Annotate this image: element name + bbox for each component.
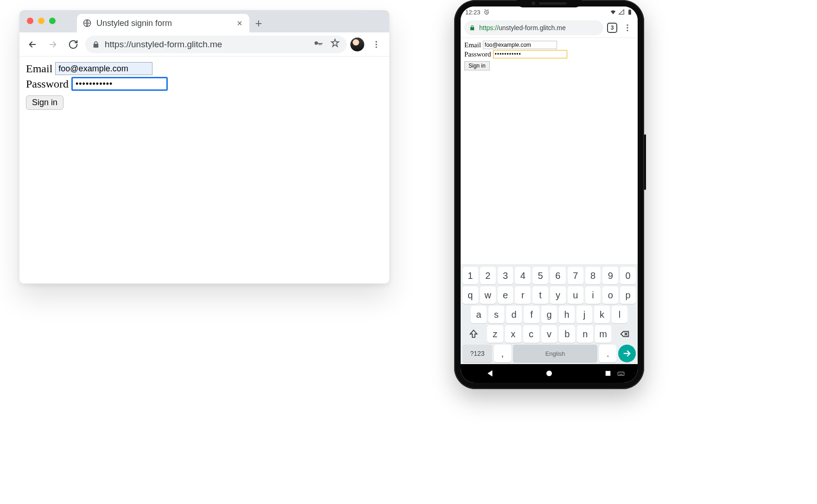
phone-notch <box>517 0 582 7</box>
key-4[interactable]: 4 <box>515 267 531 284</box>
key-v[interactable]: v <box>541 325 557 343</box>
key-d[interactable]: d <box>506 306 522 323</box>
email-label: Email <box>26 63 52 75</box>
svg-point-10 <box>627 30 628 31</box>
key-n[interactable]: n <box>577 325 593 343</box>
browser-tab-bar: Unstyled signin form × + <box>19 10 389 32</box>
symbols-key[interactable]: ?123 <box>462 345 492 362</box>
profile-avatar[interactable] <box>350 38 364 51</box>
key-g[interactable]: g <box>541 306 557 323</box>
svg-point-11 <box>546 371 552 376</box>
key-o[interactable]: o <box>602 286 618 304</box>
key-s[interactable]: s <box>488 306 504 323</box>
svg-point-8 <box>627 24 628 25</box>
nav-back-button[interactable] <box>476 369 504 378</box>
lock-icon <box>92 40 100 49</box>
key-l[interactable]: l <box>612 306 627 323</box>
key-f[interactable]: f <box>524 306 539 323</box>
browser-tab[interactable]: Unstyled signin form × <box>77 14 249 32</box>
phone-browser-menu-button[interactable] <box>621 21 634 34</box>
key-z[interactable]: z <box>487 325 503 343</box>
browser-menu-button[interactable] <box>368 36 385 53</box>
comma-key[interactable]: , <box>494 345 511 362</box>
key-m[interactable]: m <box>595 325 611 343</box>
key-k[interactable]: k <box>594 306 610 323</box>
enter-key[interactable] <box>618 345 636 362</box>
key-0[interactable]: 0 <box>620 267 636 284</box>
key-e[interactable]: e <box>498 286 513 304</box>
status-time: 12:23 <box>465 9 481 16</box>
phone-device-frame: 12:23 https://unstyled-form.glitch.me 3 … <box>454 0 644 389</box>
password-key-icon[interactable] <box>313 38 323 50</box>
key-i[interactable]: i <box>585 286 601 304</box>
key-u[interactable]: u <box>568 286 583 304</box>
tab-title: Unstyled signin form <box>96 19 231 28</box>
key-2[interactable]: 2 <box>480 267 496 284</box>
new-tab-button[interactable]: + <box>249 14 268 32</box>
key-x[interactable]: x <box>505 325 521 343</box>
phone-email-label: Email <box>464 41 481 49</box>
shift-key[interactable] <box>462 325 485 343</box>
key-6[interactable]: 6 <box>550 267 566 284</box>
on-screen-keyboard: 1234567890 qwertyuiop asdfghjkl zxcvbnm … <box>461 264 638 364</box>
keyboard-row-numbers: 1234567890 <box>462 267 636 284</box>
bookmark-star-icon[interactable] <box>330 38 340 50</box>
phone-screen: 12:23 https://unstyled-form.glitch.me 3 … <box>461 6 638 383</box>
backspace-key[interactable] <box>613 325 636 343</box>
key-8[interactable]: 8 <box>585 267 601 284</box>
key-p[interactable]: p <box>620 286 636 304</box>
key-b[interactable]: b <box>559 325 575 343</box>
signal-icon <box>618 9 625 15</box>
browser-toolbar: https://unstyled-form.glitch.me <box>19 32 389 57</box>
svg-point-9 <box>627 27 628 28</box>
key-a[interactable]: a <box>471 306 487 323</box>
key-q[interactable]: q <box>462 286 478 304</box>
url-text: https://unstyled-form.glitch.me <box>105 39 309 50</box>
key-w[interactable]: w <box>480 286 496 304</box>
phone-password-input[interactable] <box>493 50 567 58</box>
period-key[interactable]: . <box>599 345 616 362</box>
nav-keyboard-toggle[interactable] <box>607 369 635 378</box>
key-1[interactable]: 1 <box>462 267 478 284</box>
window-minimize-button[interactable] <box>38 18 44 24</box>
key-t[interactable]: t <box>532 286 548 304</box>
tab-switcher-button[interactable]: 3 <box>607 23 617 33</box>
phone-password-label: Password <box>464 50 491 58</box>
battery-icon <box>627 9 633 15</box>
key-7[interactable]: 7 <box>568 267 583 284</box>
address-bar[interactable]: https://unstyled-form.glitch.me <box>85 36 347 53</box>
key-3[interactable]: 3 <box>498 267 513 284</box>
window-close-button[interactable] <box>27 18 33 24</box>
wifi-icon <box>610 9 616 15</box>
forward-button[interactable] <box>44 36 61 53</box>
page-content: Email Password Sign in <box>19 57 389 284</box>
phone-address-bar[interactable]: https://unstyled-form.glitch.me <box>464 20 603 35</box>
nav-home-button[interactable] <box>535 369 563 378</box>
key-c[interactable]: c <box>523 325 539 343</box>
keyboard-row-z: zxcvbnm <box>462 325 636 343</box>
window-controls <box>27 18 56 24</box>
phone-status-bar: 12:23 <box>461 6 638 18</box>
email-input[interactable] <box>55 62 152 75</box>
password-input[interactable] <box>71 77 168 91</box>
reload-button[interactable] <box>65 36 82 53</box>
password-label: Password <box>26 78 69 90</box>
key-j[interactable]: j <box>576 306 592 323</box>
window-fullscreen-button[interactable] <box>49 18 56 24</box>
space-key[interactable]: English <box>513 345 598 362</box>
svg-point-2 <box>375 41 377 42</box>
keyboard-row-q: qwertyuiop <box>462 286 636 304</box>
phone-signin-button[interactable]: Sign in <box>464 61 490 70</box>
back-button[interactable] <box>24 36 41 53</box>
key-r[interactable]: r <box>515 286 531 304</box>
key-9[interactable]: 9 <box>602 267 618 284</box>
svg-rect-13 <box>618 372 624 376</box>
phone-url-text: https://unstyled-form.glitch.me <box>479 24 566 32</box>
key-h[interactable]: h <box>559 306 575 323</box>
signin-button[interactable]: Sign in <box>26 95 63 110</box>
svg-point-3 <box>375 44 377 45</box>
key-y[interactable]: y <box>550 286 566 304</box>
tab-close-button[interactable]: × <box>235 19 244 27</box>
key-5[interactable]: 5 <box>532 267 548 284</box>
phone-email-input[interactable] <box>483 41 557 49</box>
